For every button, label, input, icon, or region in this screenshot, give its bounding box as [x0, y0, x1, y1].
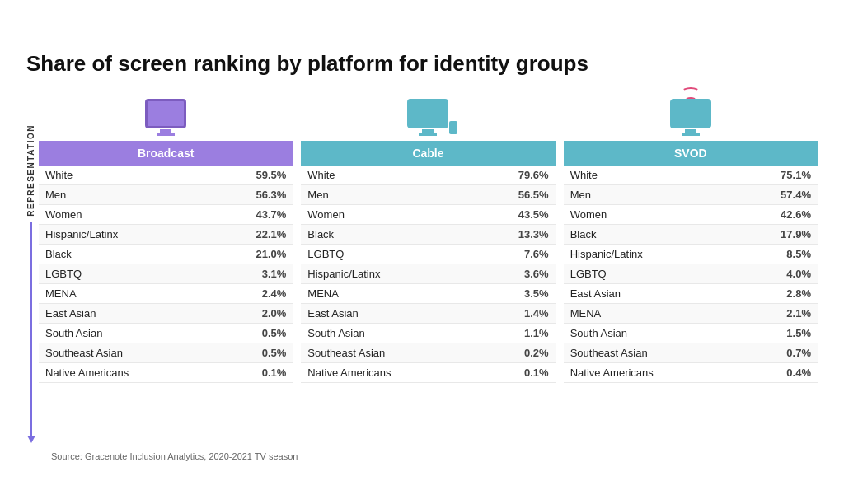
group-label: Hispanic/Latinx	[564, 245, 738, 264]
group-label: Native Americans	[39, 363, 213, 383]
table-row: White79.6%	[301, 166, 555, 185]
group-label: LGBTQ	[301, 245, 476, 264]
group-label: MENA	[564, 304, 738, 324]
group-value: 56.3%	[213, 185, 293, 205]
group-value: 13.3%	[476, 225, 556, 245]
group-label: East Asian	[39, 304, 213, 324]
group-value: 1.1%	[476, 324, 556, 343]
table-row: Hispanic/Latinx22.1%	[39, 225, 293, 245]
group-value: 0.5%	[213, 324, 293, 343]
group-label: South Asian	[301, 324, 476, 343]
group-label: Hispanic/Latinx	[39, 225, 213, 245]
group-label: Women	[564, 205, 738, 225]
group-value: 2.0%	[213, 304, 293, 324]
group-label: Men	[301, 185, 476, 205]
group-value: 0.4%	[738, 363, 818, 383]
representation-label: REPRESENTATION	[26, 124, 35, 217]
page-title: Share of screen ranking by platform for …	[26, 51, 818, 77]
group-value: 0.1%	[213, 363, 293, 383]
group-label: Black	[301, 225, 476, 245]
table-row: Men57.4%	[564, 185, 818, 205]
table-row: Black17.9%	[564, 225, 818, 245]
group-value: 8.5%	[738, 245, 818, 264]
group-value: 1.4%	[476, 304, 556, 324]
table-row: Hispanic/Latinx8.5%	[564, 245, 818, 264]
table-broadcast: BroadcastWhite59.5%Men56.3%Women43.7%His…	[39, 141, 293, 383]
representation-arrowhead	[27, 436, 35, 443]
group-value: 17.9%	[738, 225, 818, 245]
group-value: 4.0%	[738, 264, 818, 284]
group-value: 1.5%	[738, 324, 818, 343]
platform-block-svod: SVODWhite75.1%Men57.4%Women42.6%Black17.…	[564, 91, 818, 383]
group-value: 2.1%	[738, 304, 818, 324]
group-label: Black	[39, 245, 213, 264]
table-row: East Asian1.4%	[301, 304, 555, 324]
group-value: 0.5%	[213, 343, 293, 363]
group-value: 57.4%	[738, 185, 818, 205]
representation-axis: REPRESENTATION	[26, 91, 35, 443]
table-row: Men56.5%	[301, 185, 555, 205]
table-row: Native Americans0.4%	[564, 363, 818, 383]
group-value: 3.5%	[476, 284, 556, 304]
svod-icon	[670, 91, 711, 136]
cable-icon	[407, 91, 448, 136]
group-value: 21.0%	[213, 245, 293, 264]
table-row: Black13.3%	[301, 225, 555, 245]
group-label: LGBTQ	[564, 264, 738, 284]
table-row: Native Americans0.1%	[301, 363, 555, 383]
table-row: White59.5%	[39, 166, 293, 185]
group-value: 0.7%	[738, 343, 818, 363]
group-label: White	[301, 166, 476, 185]
group-value: 3.1%	[213, 264, 293, 284]
group-value: 42.6%	[738, 205, 818, 225]
table-row: LGBTQ7.6%	[301, 245, 555, 264]
table-row: Southeast Asian0.5%	[39, 343, 293, 363]
table-row: South Asian0.5%	[39, 324, 293, 343]
group-value: 59.5%	[213, 166, 293, 185]
table-row: East Asian2.0%	[39, 304, 293, 324]
header-svod: SVOD	[564, 141, 818, 166]
table-row: MENA2.1%	[564, 304, 818, 324]
group-value: 43.5%	[476, 205, 556, 225]
group-label: White	[39, 166, 213, 185]
group-label: LGBTQ	[39, 264, 213, 284]
table-row: Native Americans0.1%	[39, 363, 293, 383]
group-label: White	[564, 166, 738, 185]
group-label: South Asian	[39, 324, 213, 343]
table-row: Hispanic/Latinx3.6%	[301, 264, 555, 284]
table-row: Women43.7%	[39, 205, 293, 225]
group-label: Southeast Asian	[564, 343, 738, 363]
platform-block-cable: CableWhite79.6%Men56.5%Women43.5%Black13…	[301, 91, 555, 383]
group-label: MENA	[301, 284, 476, 304]
group-label: Native Americans	[564, 363, 738, 383]
table-row: Black21.0%	[39, 245, 293, 264]
representation-line	[30, 222, 32, 436]
group-value: 56.5%	[476, 185, 556, 205]
group-value: 3.6%	[476, 264, 556, 284]
table-row: White75.1%	[564, 166, 818, 185]
group-value: 79.6%	[476, 166, 556, 185]
group-label: East Asian	[301, 304, 476, 324]
group-value: 75.1%	[738, 166, 818, 185]
group-label: Native Americans	[301, 363, 476, 383]
table-row: LGBTQ3.1%	[39, 264, 293, 284]
group-label: Hispanic/Latinx	[301, 264, 476, 284]
table-row: Southeast Asian0.2%	[301, 343, 555, 363]
table-row: LGBTQ4.0%	[564, 264, 818, 284]
group-value: 0.2%	[476, 343, 556, 363]
group-label: Women	[39, 205, 213, 225]
group-value: 43.7%	[213, 205, 293, 225]
group-value: 0.1%	[476, 363, 556, 383]
group-label: Southeast Asian	[39, 343, 213, 363]
group-value: 7.6%	[476, 245, 556, 264]
table-row: Women43.5%	[301, 205, 555, 225]
group-label: Men	[39, 185, 213, 205]
header-broadcast: Broadcast	[39, 141, 293, 166]
table-row: East Asian2.8%	[564, 284, 818, 304]
table-row: Women42.6%	[564, 205, 818, 225]
group-label: MENA	[39, 284, 213, 304]
group-label: Men	[564, 185, 738, 205]
table-row: Southeast Asian0.7%	[564, 343, 818, 363]
group-label: Women	[301, 205, 476, 225]
table-row: MENA2.4%	[39, 284, 293, 304]
